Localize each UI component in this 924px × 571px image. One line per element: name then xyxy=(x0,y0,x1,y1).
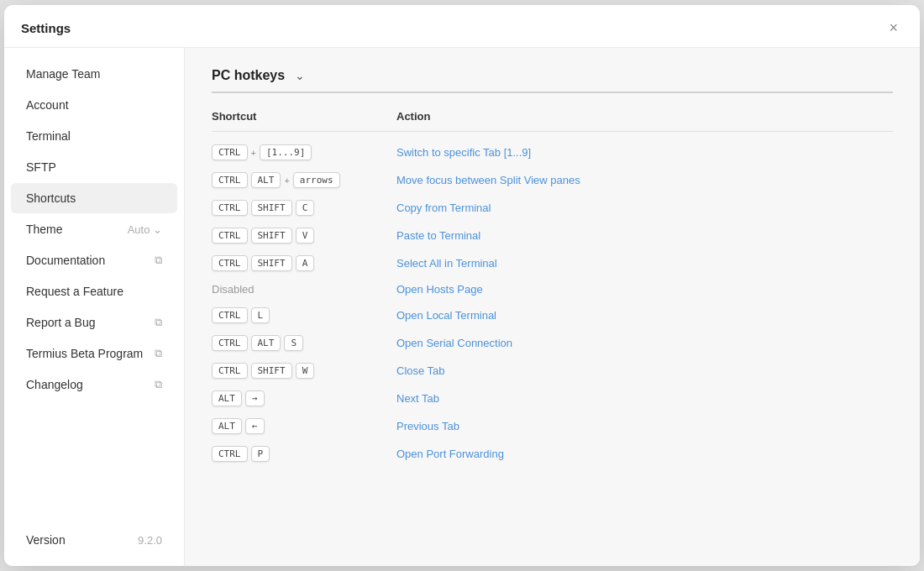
chevron-down-icon[interactable]: ⌄ xyxy=(295,69,305,82)
key-badge: SHIFT xyxy=(251,363,292,379)
action-text: Open Serial Connection xyxy=(396,337,893,349)
sidebar-item-label: Report a Bug xyxy=(26,316,96,329)
sidebar-item-label: Manage Team xyxy=(26,67,100,81)
sidebar-item-shortcuts[interactable]: Shortcuts xyxy=(11,183,177,213)
shortcut-row: CTRLPOpen Port Forwarding xyxy=(212,440,893,468)
version-value: 9.2.0 xyxy=(138,534,162,547)
shortcut-row: DisabledOpen Hosts Page xyxy=(212,277,893,301)
key-badge: SHIFT xyxy=(251,200,292,216)
version-row: Version 9.2.0 xyxy=(11,525,177,555)
main-content: PC hotkeys ⌄ Shortcut Action CTRL+[1...9… xyxy=(185,48,920,566)
sidebar-item-theme[interactable]: ThemeAuto ⌄ xyxy=(11,214,177,244)
key-badge: ALT xyxy=(212,418,242,434)
key-badge: CTRL xyxy=(212,446,248,462)
shortcut-row: CTRLLOpen Local Terminal xyxy=(212,301,893,329)
sidebar-item-label: Theme xyxy=(26,223,63,236)
key-badge: CTRL xyxy=(212,307,248,323)
modal-header: Settings × xyxy=(4,5,920,48)
external-link-icon: ⧉ xyxy=(155,254,162,267)
shortcuts-header: Shortcut Action xyxy=(212,110,893,132)
action-text: Next Tab xyxy=(396,392,893,405)
shortcut-row: CTRLALTSOpen Serial Connection xyxy=(212,329,893,357)
key-badge: ← xyxy=(245,418,265,434)
external-link-icon: ⧉ xyxy=(155,347,162,360)
key-plus: + xyxy=(251,148,256,158)
version-label: Version xyxy=(26,533,66,547)
key-badge: ALT xyxy=(212,390,242,406)
key-badge: CTRL xyxy=(212,335,248,351)
shortcut-keys: CTRLALTS xyxy=(212,335,396,351)
sidebar-item-sftp[interactable]: SFTP xyxy=(11,152,177,182)
action-text: Select All in Terminal xyxy=(396,257,893,270)
action-text: Close Tab xyxy=(396,364,893,377)
key-badge: SHIFT xyxy=(251,255,292,271)
sidebar-item-label: Request a Feature xyxy=(26,285,123,298)
sidebar-item-report-bug[interactable]: Report a Bug⧉ xyxy=(11,307,177,338)
sidebar-item-label: Terminal xyxy=(26,129,71,143)
shortcut-keys: CTRLSHIFTW xyxy=(212,363,396,379)
sidebar-item-label: Shortcuts xyxy=(26,191,76,205)
sidebar-item-changelog[interactable]: Changelog⧉ xyxy=(11,369,177,400)
external-link-icon: ⧉ xyxy=(155,378,162,391)
close-button[interactable]: × xyxy=(884,18,903,37)
sidebar-item-documentation[interactable]: Documentation⧉ xyxy=(11,245,177,275)
key-badge: CTRL xyxy=(212,255,248,271)
modal-body: Manage TeamAccountTerminalSFTPShortcutsT… xyxy=(4,48,920,566)
shortcut-col-header: Shortcut xyxy=(212,110,396,123)
action-text: Open Local Terminal xyxy=(396,309,893,322)
shortcut-keys: CTRLL xyxy=(212,307,396,323)
key-badge: CTRL xyxy=(212,172,248,188)
key-badge: arrows xyxy=(293,172,340,188)
key-badge: S xyxy=(284,335,303,351)
external-link-icon: ⧉ xyxy=(155,316,162,329)
shortcut-row: ALT←Previous Tab xyxy=(212,412,893,440)
key-badge: A xyxy=(296,255,315,271)
shortcut-row: CTRLSHIFTVPaste to Terminal xyxy=(212,222,893,249)
sidebar-item-label: Account xyxy=(26,98,69,112)
shortcut-row: CTRLALT+arrowsMove focus between Split V… xyxy=(212,166,893,194)
shortcut-row: CTRLSHIFTWClose Tab xyxy=(212,357,893,385)
shortcut-keys: CTRLSHIFTC xyxy=(212,200,396,216)
key-badge: CTRL xyxy=(212,228,248,244)
shortcut-row: ALT→Next Tab xyxy=(212,385,893,412)
action-text: Paste to Terminal xyxy=(396,229,893,242)
action-text: Switch to specific Tab [1...9] xyxy=(396,146,893,159)
shortcut-keys: CTRLSHIFTA xyxy=(212,255,396,271)
theme-value: Auto ⌄ xyxy=(128,223,162,236)
sidebar-item-account[interactable]: Account xyxy=(11,90,177,120)
action-text: Open Port Forwarding xyxy=(396,448,893,460)
key-badge: → xyxy=(245,390,265,406)
sidebar-item-label: Termius Beta Program xyxy=(26,347,143,360)
shortcut-keys: CTRL+[1...9] xyxy=(212,144,396,160)
settings-modal: Settings × Manage TeamAccountTerminalSFT… xyxy=(4,5,920,566)
action-col-header: Action xyxy=(396,110,893,123)
sidebar-item-request-feature[interactable]: Request a Feature xyxy=(11,276,177,306)
pc-hotkeys-title: PC hotkeys xyxy=(212,68,285,83)
key-badge: CTRL xyxy=(212,144,248,160)
action-text: Previous Tab xyxy=(396,420,893,432)
shortcut-keys: ALT→ xyxy=(212,390,396,406)
shortcut-keys: ALT← xyxy=(212,418,396,434)
shortcut-row: CTRL+[1...9]Switch to specific Tab [1...… xyxy=(212,139,893,166)
sidebar: Manage TeamAccountTerminalSFTPShortcutsT… xyxy=(4,48,185,566)
key-badge: V xyxy=(296,228,315,244)
shortcut-keys: CTRLSHIFTV xyxy=(212,228,396,244)
key-badge: CTRL xyxy=(212,363,248,379)
shortcut-row: CTRLSHIFTCCopy from Terminal xyxy=(212,194,893,222)
action-text: Open Hosts Page xyxy=(396,283,893,296)
sidebar-item-termius-beta[interactable]: Termius Beta Program⧉ xyxy=(11,338,177,369)
sidebar-item-manage-team[interactable]: Manage Team xyxy=(11,59,177,89)
action-text: Move focus between Split View panes xyxy=(396,174,893,186)
shortcut-keys: CTRLP xyxy=(212,446,396,462)
sidebar-item-label: SFTP xyxy=(26,160,56,174)
sidebar-item-label: Documentation xyxy=(26,254,105,267)
action-text: Copy from Terminal xyxy=(396,202,893,214)
sidebar-item-terminal[interactable]: Terminal xyxy=(11,121,177,151)
key-badge: [1...9] xyxy=(260,144,312,160)
key-badge: SHIFT xyxy=(251,228,292,244)
key-badge: P xyxy=(251,446,270,462)
key-badge: CTRL xyxy=(212,200,248,216)
shortcuts-table: Shortcut Action CTRL+[1...9]Switch to sp… xyxy=(212,110,893,468)
key-badge: ALT xyxy=(251,335,281,351)
key-plus: + xyxy=(284,175,289,186)
